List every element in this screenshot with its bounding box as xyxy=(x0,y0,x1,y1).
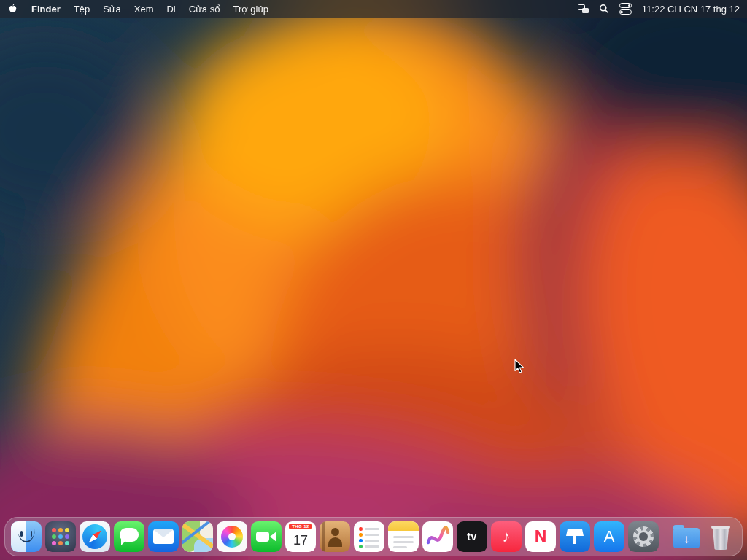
dock-item-keynote[interactable] xyxy=(560,521,590,552)
calendar-icon-art: 17 xyxy=(285,529,316,552)
dock-item-contacts[interactable] xyxy=(320,521,350,552)
dock-item-safari[interactable] xyxy=(80,521,110,552)
mail-icon-art xyxy=(153,529,174,537)
menu-item-tep[interactable]: Tệp xyxy=(74,4,90,15)
dock-item-mail[interactable] xyxy=(148,521,179,552)
menubar-clock[interactable]: 11:22 CH CN 17 thg 12 xyxy=(642,4,740,15)
facetime-icon-art xyxy=(256,532,269,542)
wallpaper xyxy=(0,0,747,560)
window-stack-icon[interactable] xyxy=(578,4,589,13)
menubar: Finder Tệp Sửa Xem Đi Cửa sổ Trợ giúp 11… xyxy=(0,0,747,18)
reminders-icon-art xyxy=(359,539,379,542)
control-center-icon[interactable] xyxy=(619,3,632,15)
notes-icon-art xyxy=(393,541,414,543)
dock-item-news[interactable]: N xyxy=(525,521,556,552)
finder-icon-art xyxy=(20,531,23,537)
apple-menu-icon[interactable] xyxy=(7,3,18,15)
launchpad-icon-art xyxy=(58,534,63,539)
dock-item-downloads[interactable]: ↓ xyxy=(671,521,702,552)
dock-item-settings[interactable] xyxy=(628,521,659,552)
dock-item-facetime[interactable] xyxy=(251,521,282,552)
dock-item-music[interactable]: ♪ xyxy=(491,521,522,552)
spotlight-search-icon[interactable] xyxy=(599,4,609,14)
freeform-icon-art xyxy=(422,521,453,552)
menu-item-tro-giup[interactable]: Trợ giúp xyxy=(233,4,268,15)
finder-icon-art xyxy=(31,531,33,537)
music-icon-art: ♪ xyxy=(491,521,522,552)
menu-app-name[interactable]: Finder xyxy=(31,4,61,15)
dock-item-finder[interactable] xyxy=(11,521,42,552)
dock-item-tv[interactable]: tv xyxy=(457,521,487,552)
dock-item-reminders[interactable] xyxy=(354,521,384,552)
dock-item-photos[interactable] xyxy=(217,521,247,552)
system-settings-icon-art xyxy=(639,532,648,541)
keynote-icon-art xyxy=(566,529,584,536)
launchpad-icon-art xyxy=(65,534,69,539)
menubar-right: 11:22 CH CN 17 thg 12 xyxy=(578,0,740,18)
calendar-icon-art: THG 12 xyxy=(289,524,312,529)
trash-icon-art xyxy=(713,529,729,550)
dock: THG 1217tv♪NA↓ xyxy=(4,517,743,556)
contacts-icon-art xyxy=(331,528,339,536)
mail-icon-art xyxy=(153,529,174,544)
launchpad-icon-art xyxy=(65,541,69,545)
reminders-icon-art xyxy=(359,533,379,537)
downloads-folder-icon-art: ↓ xyxy=(671,527,702,552)
dock-item-messages[interactable] xyxy=(114,521,144,552)
reminders-icon-art xyxy=(359,545,379,548)
trash-icon-art xyxy=(711,526,730,529)
menu-item-di[interactable]: Đi xyxy=(166,4,175,15)
tv-icon-art: tv xyxy=(467,531,476,542)
menubar-left: Finder Tệp Sửa Xem Đi Cửa sổ Trợ giúp xyxy=(7,0,268,18)
facetime-icon-art xyxy=(270,532,276,542)
app-store-icon-art: A xyxy=(594,521,624,552)
keynote-icon-art xyxy=(573,536,576,544)
menu-item-xem[interactable]: Xem xyxy=(134,4,154,15)
launchpad-icon-art xyxy=(52,528,69,545)
launchpad-icon-art xyxy=(52,534,56,539)
notes-icon-art xyxy=(388,521,419,531)
dock-item-freeform[interactable] xyxy=(422,521,453,552)
dock-item-notes[interactable] xyxy=(388,521,419,552)
freeform-icon-art xyxy=(428,528,448,542)
reminders-icon-art xyxy=(359,527,379,531)
notes-icon-art xyxy=(393,536,414,538)
notes-icon-art xyxy=(393,546,407,548)
photos-icon-art xyxy=(221,526,243,548)
news-icon-art: N xyxy=(525,521,556,552)
launchpad-icon-art xyxy=(65,528,69,532)
menu-item-cua-so[interactable]: Cửa sổ xyxy=(189,4,220,15)
messages-icon-art xyxy=(120,528,139,542)
launchpad-icon-art xyxy=(52,528,56,532)
dock-item-maps[interactable] xyxy=(182,521,213,552)
launchpad-icon-art xyxy=(52,541,56,545)
dock-item-launchpad[interactable] xyxy=(45,521,76,552)
dock-separator xyxy=(665,521,665,552)
dock-item-calendar[interactable]: THG 1217 xyxy=(285,521,316,552)
launchpad-icon-art xyxy=(58,541,63,545)
launchpad-icon-art xyxy=(58,528,63,532)
dock-item-trash[interactable] xyxy=(705,521,736,552)
menu-item-sua[interactable]: Sửa xyxy=(103,4,121,15)
desktop: Finder Tệp Sửa Xem Đi Cửa sổ Trợ giúp 11… xyxy=(0,0,747,560)
contacts-icon-art xyxy=(328,537,342,547)
dock-item-appstore[interactable]: A xyxy=(594,521,624,552)
